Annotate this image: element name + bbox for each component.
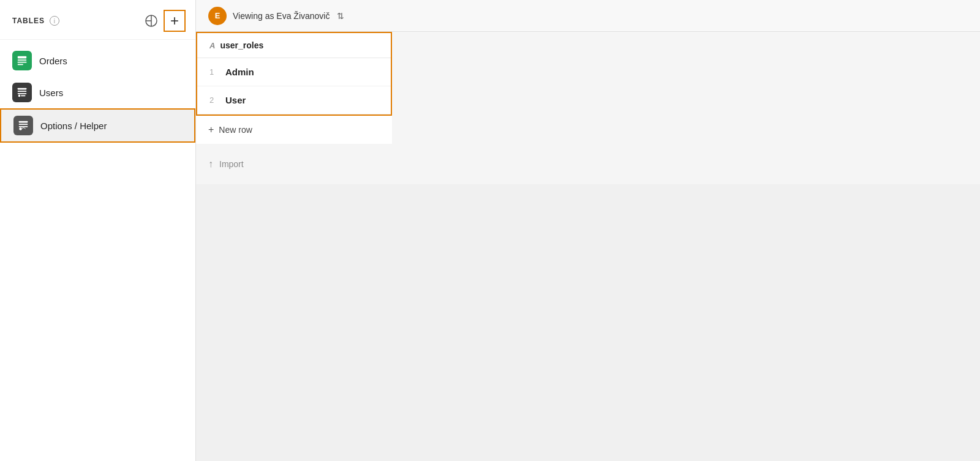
row-number-2: 2 [209,96,218,105]
import-button[interactable]: ↑ Import [196,144,980,184]
svg-rect-9 [18,93,26,94]
split-view-icon[interactable] [143,12,160,29]
svg-rect-13 [19,124,28,125]
sidebar: TABLES i + [0,0,196,461]
svg-point-10 [18,95,21,97]
column-name: user_roles [220,40,263,50]
column-header: A user_roles [197,33,391,58]
chevron-updown-icon: ⇅ [337,11,344,21]
svg-rect-6 [18,64,23,65]
main-content: E Viewing as Eva Živanovič ⇅ A user_role… [196,0,980,461]
info-icon[interactable]: i [50,16,59,26]
svg-rect-11 [21,96,25,97]
row-number-1: 1 [209,67,218,77]
options-helper-icon [13,116,33,135]
row-value-user: User [225,95,246,105]
svg-rect-14 [19,126,28,127]
sidebar-item-users[interactable]: Users [0,77,195,108]
viewing-as-label: Viewing as Eva Živanovič [233,11,330,21]
topbar: E Viewing as Eva Živanovič ⇅ [196,0,980,32]
new-row-plus-icon: + [208,124,214,135]
svg-rect-8 [18,91,26,92]
empty-area [196,184,980,461]
row-value-admin: Admin [225,67,254,77]
avatar: E [208,7,227,25]
sidebar-item-orders[interactable]: Orders [0,45,195,77]
import-label: Import [219,159,244,169]
table-row[interactable]: 1 Admin [197,58,391,86]
svg-point-15 [19,127,22,130]
users-label: Users [39,88,63,98]
sidebar-header: TABLES i + [0,0,195,40]
svg-rect-5 [18,62,26,63]
sidebar-header-left: TABLES i [12,16,59,26]
new-row-button[interactable]: + New row [196,116,392,144]
column-type-badge: A [209,41,215,50]
orders-icon [12,51,32,70]
svg-rect-3 [18,56,26,59]
new-row-label: New row [219,125,252,135]
options-helper-label: Options / Helper [40,121,107,131]
orders-label: Orders [39,56,67,66]
table-row[interactable]: 2 User [197,86,391,114]
user-roles-table: A user_roles 1 Admin 2 User [196,32,392,116]
import-arrow-icon: ↑ [208,159,213,170]
add-table-plus-icon: + [170,13,179,28]
tables-label: TABLES [12,17,45,25]
users-icon [12,83,32,102]
user-viewer-selector[interactable]: E Viewing as Eva Živanovič ⇅ [208,7,344,25]
sidebar-item-options-helper[interactable]: Options / Helper [0,108,195,143]
svg-rect-4 [18,59,26,61]
sidebar-header-right: + [143,10,186,32]
add-table-button[interactable]: + [164,10,186,32]
svg-rect-12 [19,121,28,123]
data-area: A user_roles 1 Admin 2 User + New row ↑ … [196,32,980,461]
table-list: Orders Users [0,40,195,148]
svg-rect-7 [18,88,26,90]
